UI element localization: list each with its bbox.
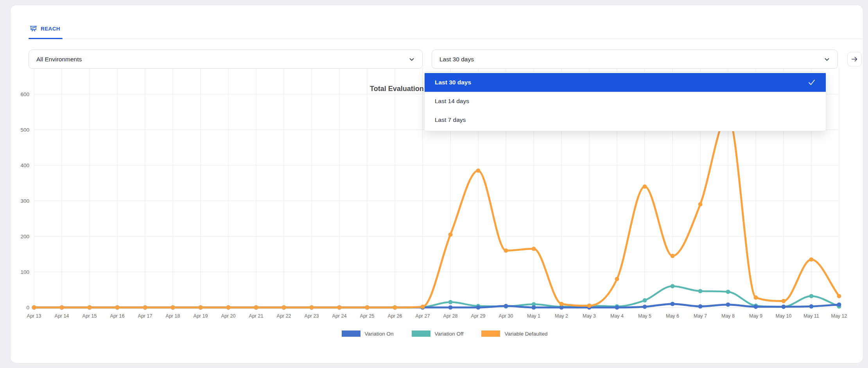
- svg-text:Apr 23: Apr 23: [305, 313, 319, 319]
- svg-text:Apr 28: Apr 28: [443, 313, 458, 319]
- svg-text:May 7: May 7: [694, 313, 707, 319]
- legend-item-variation-off[interactable]: Variation Off: [412, 330, 464, 337]
- chart-legend: Variation OnVariation OffVariable Defaul…: [11, 330, 868, 337]
- svg-text:Apr 19: Apr 19: [194, 313, 208, 319]
- arrow-right-icon: [851, 55, 858, 63]
- svg-text:Apr 24: Apr 24: [332, 313, 347, 319]
- svg-text:May 1: May 1: [527, 313, 540, 319]
- svg-text:May 3: May 3: [583, 313, 596, 319]
- svg-text:200: 200: [20, 234, 29, 239]
- svg-text:Apr 13: Apr 13: [27, 313, 41, 319]
- svg-text:100: 100: [20, 269, 29, 275]
- svg-text:400: 400: [20, 163, 29, 168]
- menu-option-last-14-days[interactable]: Last 14 days: [425, 92, 826, 111]
- check-icon: [808, 79, 816, 86]
- presentation-chart-icon: [30, 25, 37, 32]
- menu-option-last-7-days[interactable]: Last 7 days: [425, 111, 826, 129]
- svg-text:Apr 17: Apr 17: [138, 313, 152, 319]
- date-range-select[interactable]: Last 30 days: [432, 50, 838, 69]
- series-variable-defaulted: [32, 113, 841, 309]
- environment-select[interactable]: All Environments: [29, 50, 423, 69]
- svg-text:Apr 29: Apr 29: [471, 313, 486, 319]
- svg-text:May 4: May 4: [610, 313, 624, 319]
- legend-label: Variation On: [365, 331, 394, 337]
- svg-text:Apr 27: Apr 27: [416, 313, 430, 319]
- menu-option-last-30-days[interactable]: Last 30 days: [425, 73, 826, 92]
- legend-swatch-variation-on: [342, 330, 360, 337]
- svg-text:Apr 20: Apr 20: [221, 313, 236, 319]
- legend-swatch-variation-off: [412, 330, 430, 337]
- environment-select-value: All Environments: [36, 56, 82, 63]
- legend-item-variation-on[interactable]: Variation On: [342, 330, 394, 337]
- chevron-down-icon: [409, 56, 415, 63]
- menu-option-label: Last 14 days: [435, 98, 469, 105]
- tab-reach[interactable]: REACH: [30, 25, 60, 32]
- tab-reach-label: REACH: [41, 26, 60, 32]
- svg-text:May 5: May 5: [638, 313, 651, 319]
- chevron-down-icon: [824, 56, 830, 63]
- tab-active-underline: [29, 38, 63, 39]
- legend-item-variable-defaulted[interactable]: Variable Defaulted: [481, 330, 547, 337]
- svg-text:Apr 26: Apr 26: [388, 313, 402, 319]
- svg-text:May 2: May 2: [555, 313, 568, 319]
- tabs-divider: [29, 39, 864, 39]
- legend-swatch-variable-defaulted: [481, 330, 500, 337]
- svg-text:Apr 15: Apr 15: [82, 313, 97, 319]
- svg-text:300: 300: [20, 198, 29, 204]
- svg-text:Apr 14: Apr 14: [55, 313, 69, 319]
- menu-option-label: Last 30 days: [435, 79, 471, 86]
- chart-title: Total Evaluation: [370, 85, 424, 93]
- svg-text:Apr 22: Apr 22: [277, 313, 291, 319]
- apply-filters-button[interactable]: [847, 52, 862, 66]
- svg-text:May 11: May 11: [803, 313, 819, 319]
- menu-option-label: Last 7 days: [435, 116, 466, 123]
- svg-text:Apr 21: Apr 21: [249, 313, 264, 319]
- svg-text:Apr 30: Apr 30: [499, 313, 513, 319]
- svg-text:May 8: May 8: [721, 313, 735, 319]
- svg-text:Apr 16: Apr 16: [110, 313, 125, 319]
- svg-text:May 6: May 6: [666, 313, 679, 319]
- svg-text:500: 500: [20, 127, 29, 133]
- page-background: { "colors": { "accent": "#1a56db", "page…: [0, 0, 868, 368]
- svg-text:Apr 25: Apr 25: [360, 313, 375, 319]
- date-range-menu: Last 30 days Last 14 days Last 7 days: [424, 71, 826, 131]
- svg-text:May 10: May 10: [776, 313, 792, 319]
- legend-label: Variation Off: [435, 331, 464, 337]
- svg-text:Apr 18: Apr 18: [166, 313, 180, 319]
- date-range-select-value: Last 30 days: [439, 56, 474, 63]
- svg-text:May 9: May 9: [749, 313, 762, 319]
- svg-text:600: 600: [20, 91, 29, 97]
- legend-label: Variable Defaulted: [504, 331, 547, 337]
- svg-text:May 12: May 12: [831, 313, 847, 319]
- svg-text:0: 0: [26, 305, 29, 311]
